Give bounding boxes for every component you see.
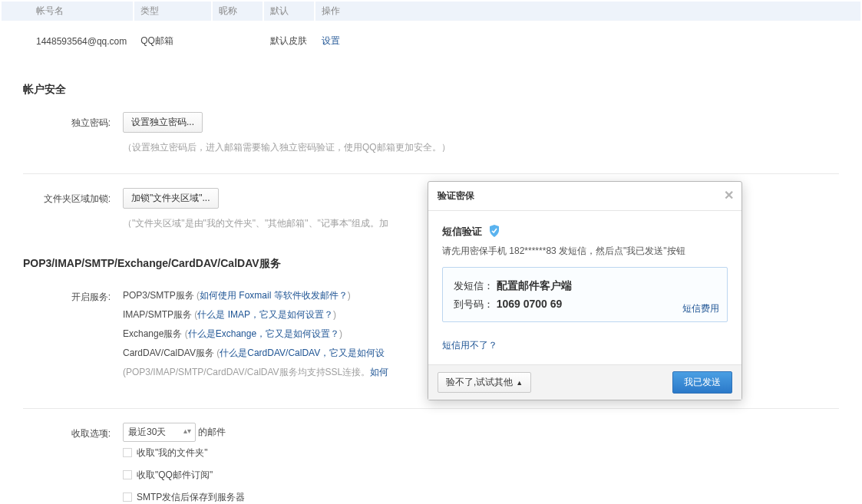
pwd-label: 独立密码: bbox=[23, 112, 123, 130]
close-icon[interactable]: ✕ bbox=[724, 188, 734, 203]
th-type: 类型 bbox=[134, 2, 211, 21]
svc-name: CardDAV/CalDAV服务 bbox=[123, 348, 216, 358]
security-title: 帐户安全 bbox=[23, 69, 839, 107]
cell-action: 设置 bbox=[315, 22, 860, 60]
sms-fee-link[interactable]: 短信费用 bbox=[682, 302, 719, 315]
modal-footer: 验不了,试试其他▲ 我已发送 bbox=[428, 364, 741, 400]
to-value: 1069 0700 69 bbox=[497, 298, 563, 310]
chk-label: SMTP发信后保存到服务器 bbox=[137, 492, 245, 502]
th-op: 操作 bbox=[315, 2, 860, 21]
cell-skin: 默认皮肤 bbox=[264, 22, 314, 60]
th-default: 默认 bbox=[264, 2, 314, 21]
chk-label: 收取"我的文件夹" bbox=[137, 447, 208, 458]
sms-box: 发短信： 配置邮件客户端 到号码： 1069 0700 69 短信费用 bbox=[442, 267, 728, 322]
pwd-hint: （设置独立密码后，进入邮箱需要输入独立密码验证，使用QQ邮箱更加安全。） bbox=[123, 133, 839, 155]
sel-value: 最近30天 bbox=[128, 427, 166, 437]
checkbox[interactable] bbox=[123, 492, 132, 502]
modal-body: 短信验证 请先用密保手机 182******83 发短信，然后点"我已发送"按钮… bbox=[428, 211, 741, 364]
set-password-button[interactable]: 设置独立密码... bbox=[123, 112, 203, 133]
modal-header: 验证密保 ✕ bbox=[428, 182, 741, 211]
chevron-updown-icon: ▴▾ bbox=[183, 427, 191, 435]
svc-name: Exchange服务 bbox=[123, 328, 185, 339]
account-table: 帐号名 类型 昵称 默认 操作 1448593564@qq.com QQ邮箱 默… bbox=[0, 0, 862, 61]
chk-label: 收取"QQ邮件订阅" bbox=[137, 469, 213, 480]
settings-link[interactable]: 设置 bbox=[322, 35, 340, 46]
svc-name: POP3/SMTP服务 bbox=[123, 290, 197, 301]
caret-up-icon: ▲ bbox=[516, 379, 523, 387]
svc-link-carddav[interactable]: 什么是CardDAV/CalDAV，它又是如何设 bbox=[220, 348, 385, 358]
checkbox[interactable] bbox=[123, 470, 132, 479]
try-other-button[interactable]: 验不了,试试其他▲ bbox=[438, 372, 531, 393]
lock-label: 文件夹区域加锁: bbox=[23, 188, 123, 206]
cell-type: QQ邮箱 bbox=[134, 22, 211, 60]
verify-modal: 验证密保 ✕ 短信验证 请先用密保手机 182******83 发短信，然后点"… bbox=[428, 181, 742, 400]
checkbox[interactable] bbox=[123, 448, 132, 457]
sms-help-link[interactable]: 短信用不了？ bbox=[442, 340, 497, 351]
confirm-sent-button[interactable]: 我已发送 bbox=[672, 371, 732, 394]
svc-link-exchange[interactable]: 什么是Exchange，它又是如何设置？ bbox=[188, 328, 339, 339]
svc-name: IMAP/SMTP服务 bbox=[123, 309, 194, 320]
th-account: 帐号名 bbox=[2, 2, 133, 21]
recv-range-select[interactable]: 最近30天 ▴▾ bbox=[123, 423, 196, 442]
sms-verify-title: 短信验证 bbox=[442, 225, 482, 239]
to-label: 到号码： bbox=[454, 298, 494, 310]
after-select-text: 的邮件 bbox=[198, 427, 226, 437]
svc-link-imap[interactable]: 什么是 IMAP，它又是如何设置？ bbox=[197, 309, 333, 320]
shield-icon bbox=[489, 225, 500, 237]
th-nick: 昵称 bbox=[213, 2, 263, 21]
lock-folder-button[interactable]: 加锁"文件夹区域"... bbox=[123, 188, 219, 209]
enable-label: 开启服务: bbox=[23, 286, 123, 304]
send-value: 配置邮件客户端 bbox=[497, 279, 572, 292]
try-other-label: 验不了,试试其他 bbox=[446, 377, 513, 387]
modal-title: 验证密保 bbox=[438, 190, 474, 201]
svc-link-pop3[interactable]: 如何使用 Foxmail 等软件收发邮件？ bbox=[200, 290, 348, 301]
ssl-link[interactable]: 如何 bbox=[370, 367, 388, 377]
sms-desc: 请先用密保手机 182******83 发短信，然后点"我已发送"按钮 bbox=[442, 239, 728, 258]
cell-account: 1448593564@qq.com bbox=[2, 22, 133, 60]
cell-nick bbox=[213, 22, 263, 60]
table-row: 1448593564@qq.com QQ邮箱 默认皮肤 设置 bbox=[2, 22, 860, 60]
recv-label: 收取选项: bbox=[23, 423, 123, 440]
send-label: 发短信： bbox=[454, 280, 494, 292]
